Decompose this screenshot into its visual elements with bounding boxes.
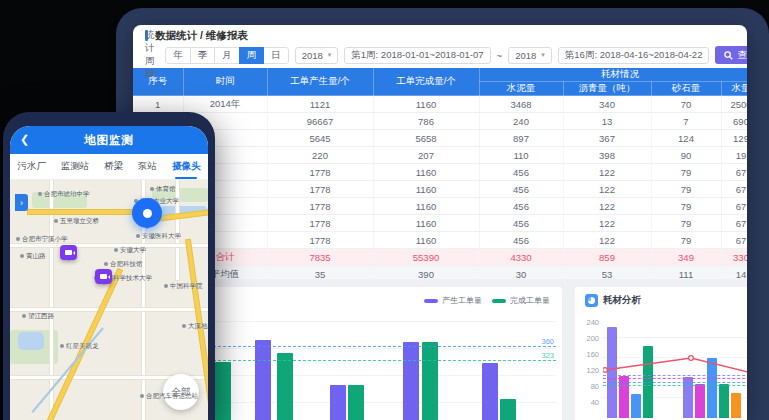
bar-completed bbox=[422, 342, 438, 420]
table-row[interactable]: 177811604561227967 bbox=[133, 232, 747, 249]
cell: 5658 bbox=[373, 130, 479, 147]
cell: 67 bbox=[721, 232, 747, 249]
map-label: 合肥市宁溪小学 bbox=[16, 235, 68, 244]
cell: 859 bbox=[563, 249, 651, 266]
consumable-chart-title: 耗材分析 bbox=[603, 294, 641, 307]
year-end-select[interactable]: 2018 ▾ bbox=[508, 47, 552, 64]
camera-marker[interactable] bbox=[95, 269, 112, 284]
cell: 2014年 bbox=[183, 96, 267, 113]
table-row[interactable]: 合计7835553904330859349330 bbox=[133, 249, 747, 266]
cell: 122 bbox=[563, 164, 651, 181]
bar-completed bbox=[500, 399, 516, 420]
table-row[interactable]: 2202071103989019 bbox=[133, 147, 747, 164]
cell: 67 bbox=[721, 215, 747, 232]
cell: 1778 bbox=[267, 164, 373, 181]
cell: 13 bbox=[563, 113, 651, 130]
map-water bbox=[18, 332, 44, 350]
col-completed: 工单完成量/个 bbox=[373, 68, 479, 96]
camera-icon bbox=[100, 274, 107, 279]
phone-tab-bar: 污水厂监测站桥梁泵站摄像头 bbox=[10, 154, 208, 180]
period-option-月[interactable]: 月 bbox=[214, 47, 240, 64]
map-label: 五里墩立交桥 bbox=[54, 217, 99, 226]
legend-item: 完成工单量 bbox=[492, 295, 550, 306]
camera-marker-selected[interactable] bbox=[132, 198, 162, 228]
period-option-日[interactable]: 日 bbox=[263, 47, 289, 64]
cell: 110 bbox=[479, 147, 563, 164]
map-view[interactable]: › 全部 合肥市琥珀中学体育馆安徽农业大学五里墩立交桥合肥市宁溪小学安徽医科大学… bbox=[10, 180, 208, 420]
cell: 207 bbox=[373, 147, 479, 164]
map-road bbox=[10, 244, 208, 247]
y-tick-label: 200 bbox=[579, 334, 599, 343]
table-row[interactable]: 96667786240137690 bbox=[133, 113, 747, 130]
year-start-select[interactable]: 2018 ▾ bbox=[295, 47, 339, 64]
tab-泵站[interactable]: 泵站 bbox=[138, 154, 157, 179]
phone-header: ❮ 地图监测 bbox=[10, 126, 208, 154]
cell: 1778 bbox=[267, 198, 373, 215]
bar-generated bbox=[255, 340, 271, 420]
query-button[interactable]: 查询 bbox=[715, 46, 747, 64]
cell: 79 bbox=[651, 215, 721, 232]
cell: 7835 bbox=[267, 249, 373, 266]
week-start-input[interactable]: 第1周: 2018-01-01~2018-01-07 bbox=[344, 47, 490, 64]
repair-report-table: 序号 时间 工单产生量/个 工单完成量/个 耗材情况 水泥量 沥青量（吨） 砂石… bbox=[133, 68, 747, 283]
map-label: 中国科学院 bbox=[164, 282, 203, 291]
col-sub-0: 水泥量 bbox=[479, 82, 563, 96]
cell: 3468 bbox=[479, 96, 563, 113]
cell: 367 bbox=[563, 130, 651, 147]
col-sub-2: 砂石量 bbox=[651, 82, 721, 96]
col-group-consumables: 耗材情况 bbox=[479, 68, 747, 82]
tab-摄像头[interactable]: 摄像头 bbox=[172, 154, 201, 179]
y-tick-label: 240 bbox=[579, 318, 599, 327]
cell: 4330 bbox=[479, 249, 563, 266]
cell: 340 bbox=[563, 96, 651, 113]
tab-污水厂[interactable]: 污水厂 bbox=[17, 154, 46, 179]
col-time: 时间 bbox=[183, 68, 267, 96]
cell: 67 bbox=[721, 181, 747, 198]
cell: 122 bbox=[563, 198, 651, 215]
table-row[interactable]: 177811604561227967 bbox=[133, 181, 747, 198]
cell: 456 bbox=[479, 215, 563, 232]
table-row[interactable]: 177811604561227967 bbox=[133, 198, 747, 215]
pie-chart-icon bbox=[585, 294, 598, 307]
cell: 1160 bbox=[373, 198, 479, 215]
map-label: 红星美凯龙 bbox=[60, 342, 99, 351]
phone-device: ❮ 地图监测 污水厂监测站桥梁泵站摄像头 bbox=[3, 112, 215, 420]
cell: 122 bbox=[563, 181, 651, 198]
camera-marker[interactable] bbox=[60, 245, 77, 260]
table-row[interactable]: 177811604561227967 bbox=[133, 164, 747, 181]
cell: 897 bbox=[479, 130, 563, 147]
cell: 19 bbox=[721, 147, 747, 164]
tab-桥梁[interactable]: 桥梁 bbox=[104, 154, 123, 179]
map-label: 大溪地 bbox=[182, 322, 208, 331]
cell: 456 bbox=[479, 181, 563, 198]
phone-screen: ❮ 地图监测 污水厂监测站桥梁泵站摄像头 bbox=[10, 126, 208, 420]
tab-监测站[interactable]: 监测站 bbox=[61, 154, 90, 179]
cell: 96667 bbox=[267, 113, 373, 130]
y-tick-label: 40 bbox=[579, 398, 599, 407]
cell: 55390 bbox=[373, 249, 479, 266]
bar-generated bbox=[482, 363, 498, 420]
table-row[interactable]: 12014年112111603468340702500 bbox=[133, 96, 747, 113]
range-separator: ~ bbox=[497, 50, 503, 61]
table-row[interactable]: 56455658897367124129 bbox=[133, 130, 747, 147]
breadcrumb-text: 数据统计 / 维修报表 bbox=[155, 29, 248, 43]
query-button-label: 查询 bbox=[737, 49, 747, 62]
period-option-年[interactable]: 年 bbox=[165, 47, 191, 64]
cell: 690 bbox=[721, 113, 747, 130]
table-row[interactable]: 177811604561227967 bbox=[133, 215, 747, 232]
period-segment-group: 年季月周日 bbox=[165, 47, 289, 64]
legend-item: 产生工单量 bbox=[424, 295, 482, 306]
cell: 1 bbox=[133, 96, 183, 113]
week-end-input[interactable]: 第16周: 2018-04-16~2018-04-22 bbox=[558, 47, 710, 64]
table-body: 12014年1121116034683407025009666778624013… bbox=[133, 96, 747, 283]
col-sub-1: 沥青量（吨） bbox=[563, 82, 651, 96]
period-option-周[interactable]: 周 bbox=[239, 47, 265, 64]
cell: 129 bbox=[721, 130, 747, 147]
back-icon[interactable]: ❮ bbox=[20, 133, 29, 146]
map-expand-button[interactable]: › bbox=[15, 194, 28, 211]
period-label: 统计周期: bbox=[145, 29, 157, 81]
chevron-down-icon: ▾ bbox=[328, 51, 332, 59]
period-option-季[interactable]: 季 bbox=[190, 47, 216, 64]
map-label: 合肥市琥珀中学 bbox=[38, 190, 90, 199]
legend-swatch bbox=[424, 299, 438, 303]
